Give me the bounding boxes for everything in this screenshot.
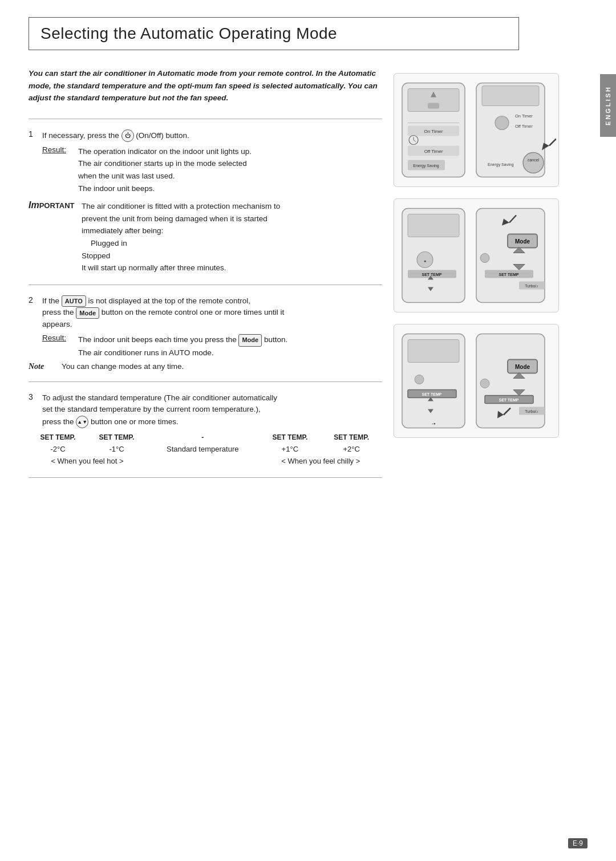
- result-text-2: The indoor unit beeps each time you pres…: [78, 334, 287, 359]
- temp-col-5-header: SET TEMP.: [321, 432, 382, 443]
- svg-rect-15: [482, 86, 539, 106]
- svg-text:Energy Saving: Energy Saving: [488, 163, 514, 167]
- feel-chilly: < When you feel chilly >: [259, 455, 382, 467]
- page-title: Selecting the Automatic Operating Mode: [40, 25, 507, 43]
- svg-text:Off Timer: Off Timer: [424, 149, 443, 154]
- auto-btn-inline: AUTO: [62, 295, 86, 307]
- note-text: You can change modes at any time.: [62, 362, 184, 371]
- svg-text:●: ●: [424, 259, 426, 263]
- svg-rect-4: [428, 103, 439, 109]
- step-3-text: To adjust the standard temperature (The …: [42, 392, 277, 428]
- svg-text:-▪: -▪: [432, 421, 435, 427]
- set-temp-icon-inline: ▲▼: [76, 416, 88, 428]
- remote-2-svg: ● SET TEMP Mode: [396, 201, 556, 310]
- mode-btn-inline-1: Mode: [76, 307, 99, 319]
- svg-text:On Timer: On Timer: [515, 113, 533, 119]
- content-area: You can start the air conditioner in Aut…: [29, 67, 593, 488]
- language-tab: ENGLISH: [600, 74, 616, 137]
- step-3-row: 3 To adjust the standard temperature (Th…: [29, 392, 382, 428]
- step-1-text: If necessary, press the ⏻ (On/Off) butto…: [42, 129, 189, 142]
- temp-val-standard: Standard temperature: [146, 443, 259, 455]
- svg-text:SET TEMP: SET TEMP: [422, 273, 441, 277]
- onoff-icon-inline: ⏻: [121, 129, 134, 142]
- mode-btn-result: Mode: [238, 334, 262, 347]
- step-3-number: 3: [29, 392, 38, 401]
- result-label-1: Result:: [42, 145, 74, 194]
- svg-text:Mode: Mode: [515, 364, 530, 370]
- important-icon: ImPORTANT: [29, 200, 77, 210]
- step-2-result: Result: The indoor unit beeps each time …: [42, 334, 382, 359]
- svg-text:Energy Saving: Energy Saving: [413, 164, 439, 168]
- svg-point-59: [480, 379, 489, 388]
- temp-val-5: +2°C: [321, 443, 382, 455]
- step-1-number: 1: [29, 129, 38, 139]
- svg-text:Off Timer: Off Timer: [515, 124, 533, 129]
- intro-paragraph: You can start the air conditioner in Aut…: [29, 67, 382, 104]
- temp-val-1: -2°C: [29, 443, 87, 455]
- important-block: ImPORTANT The air conditioner is fitted …: [29, 200, 382, 274]
- svg-text:Turbo/♪: Turbo/♪: [525, 284, 538, 288]
- note-block: Note You can change modes at any time.: [29, 362, 382, 371]
- remote-2-image: ● SET TEMP Mode: [394, 198, 559, 312]
- page-number: E·9: [568, 838, 587, 848]
- temp-val-4: +1°C: [259, 443, 321, 455]
- temp-col-separator: -: [146, 432, 259, 443]
- remote-3-svg: SET TEMP -▪ Mode: [396, 327, 556, 435]
- step-1-row: 1 If necessary, press the ⏻ (On/Off) but…: [29, 129, 382, 142]
- svg-point-16: [495, 116, 509, 130]
- result-label-2: Result:: [42, 334, 74, 359]
- svg-rect-46: [408, 340, 459, 363]
- temp-table: SET TEMP. SET TEMP. - SET TEMP. SET TEMP…: [29, 432, 382, 467]
- svg-text:SET TEMP: SET TEMP: [422, 392, 441, 396]
- divider-3: [29, 381, 382, 382]
- title-box: Selecting the Automatic Operating Mode: [29, 17, 519, 50]
- temp-col-2-header: SET TEMP.: [87, 432, 146, 443]
- svg-text:Turbo/♪: Turbo/♪: [525, 409, 538, 413]
- temp-col-4-header: SET TEMP.: [259, 432, 321, 443]
- temp-value-row: -2°C -1°C Standard temperature +1°C +2°C: [29, 443, 382, 455]
- result-text-1: The operation indicator on the indoor un…: [78, 145, 252, 194]
- step-3-section: 3 To adjust the standard temperature (Th…: [29, 392, 382, 467]
- divider-4: [29, 477, 382, 478]
- svg-text:On Timer: On Timer: [424, 129, 443, 134]
- svg-point-39: [480, 254, 489, 263]
- divider-2: [29, 285, 382, 285]
- remote-3-image: SET TEMP -▪ Mode: [394, 324, 559, 438]
- svg-text:SET TEMP: SET TEMP: [499, 273, 518, 277]
- divider-1: [29, 119, 382, 119]
- step-1-result: Result: The operation indicator on the i…: [42, 145, 382, 194]
- step-2-text: If the AUTO is not displayed at the top …: [42, 295, 284, 331]
- svg-point-47: [415, 375, 424, 384]
- svg-line-20: [549, 139, 556, 146]
- svg-rect-26: [408, 214, 459, 237]
- temp-feel-row: < When you feel hot > < When you feel ch…: [29, 455, 382, 467]
- svg-text:Mode: Mode: [515, 238, 530, 245]
- temp-col-1-header: SET TEMP.: [29, 432, 87, 443]
- right-column: On Timer Off Timer Energy Saving: [394, 67, 570, 488]
- note-label: Note: [29, 362, 57, 371]
- language-tab-text: ENGLISH: [605, 86, 611, 125]
- feel-hot: < When you feel hot >: [29, 455, 146, 467]
- important-text: The air conditioner is fitted with a pro…: [82, 200, 280, 274]
- remote-1-svg: On Timer Off Timer Energy Saving: [396, 76, 556, 184]
- step-2-row: 2 If the AUTO is not displayed at the to…: [29, 295, 382, 331]
- remote-1-image: On Timer Off Timer Energy Saving: [394, 73, 559, 187]
- step-2-number: 2: [29, 295, 38, 304]
- temp-val-2: -1°C: [87, 443, 146, 455]
- left-column: You can start the air conditioner in Aut…: [29, 67, 382, 488]
- step-2-section: 2 If the AUTO is not displayed at the to…: [29, 295, 382, 371]
- step-1-section: 1 If necessary, press the ⏻ (On/Off) but…: [29, 129, 382, 194]
- svg-text:cancel: cancel: [528, 158, 540, 162]
- svg-text:SET TEMP: SET TEMP: [499, 398, 518, 402]
- temp-header-row: SET TEMP. SET TEMP. - SET TEMP. SET TEMP…: [29, 432, 382, 443]
- page-container: ENGLISH Selecting the Automatic Operatin…: [0, 0, 616, 861]
- svg-point-17: [523, 153, 544, 173]
